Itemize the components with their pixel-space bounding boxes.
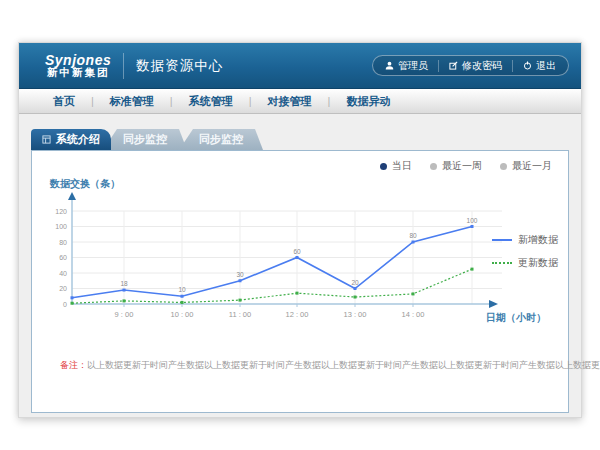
svg-text:80: 80: [59, 239, 67, 246]
svg-text:30: 30: [236, 271, 244, 278]
svg-text:100: 100: [55, 223, 67, 230]
svg-text:13 : 00: 13 : 00: [344, 310, 367, 319]
solid-line-swatch: [492, 239, 512, 241]
svg-text:120: 120: [55, 208, 67, 215]
radio-icon: [380, 163, 387, 170]
tab-bar: 系统介绍 同步监控 同步监控: [31, 129, 569, 150]
nav-item-home[interactable]: 首页: [37, 94, 91, 109]
filter-label: 最近一周: [442, 159, 482, 173]
svg-text:9 : 00: 9 : 00: [115, 310, 134, 319]
nav-item-system-mgmt[interactable]: 系统管理: [173, 94, 249, 109]
line-chart: 0204060801001209 : 0010 : 0011 : 0012 : …: [52, 189, 537, 329]
user-label: 管理员: [398, 59, 428, 73]
chart-legend: 新增数据 更新数据: [492, 233, 558, 279]
nav-item-data-change[interactable]: 数据异动: [330, 94, 406, 109]
svg-text:18: 18: [120, 280, 128, 287]
logout-label: 退出: [536, 59, 556, 73]
tab-label: 系统介绍: [56, 132, 100, 147]
main-nav: 首页 | 标准管理 | 系统管理 | 对接管理 | 数据异动: [19, 89, 581, 114]
dotted-line-swatch: [492, 262, 512, 264]
svg-text:60: 60: [59, 254, 67, 261]
tab-label: 同步监控: [199, 132, 243, 147]
tab-label: 同步监控: [123, 132, 167, 147]
legend-label: 新增数据: [518, 233, 558, 247]
svg-text:20: 20: [59, 285, 67, 292]
svg-text:12 : 00: 12 : 00: [286, 310, 309, 319]
content-panel: 当日 最近一周 最近一月 数据交换（条） 0204060801001209 : …: [31, 150, 569, 413]
nav-item-connect-mgmt[interactable]: 对接管理: [252, 94, 328, 109]
user-menu: 管理员 修改密码 退出: [372, 55, 569, 76]
header-bar: Synjones 新中新集团 数据资源中心 管理员 修改密码: [19, 43, 581, 89]
radio-icon: [430, 163, 437, 170]
filter-label: 当日: [392, 159, 412, 173]
power-icon: [523, 61, 532, 70]
filter-label: 最近一月: [512, 159, 552, 173]
logo-subtext: 新中新集团: [45, 67, 111, 78]
logout-button[interactable]: 退出: [523, 59, 556, 73]
legend-item-new-data: 新增数据: [492, 233, 558, 247]
x-axis-title: 日期（小时）: [486, 311, 546, 325]
svg-text:10: 10: [178, 286, 186, 293]
filter-last-week[interactable]: 最近一周: [430, 159, 482, 173]
filter-today[interactable]: 当日: [380, 159, 412, 173]
change-password-button[interactable]: 修改密码: [449, 59, 502, 73]
nav-item-standard-mgmt[interactable]: 标准管理: [94, 94, 170, 109]
footnote-prefix: 备注：: [60, 360, 87, 370]
app-window: Synjones 新中新集团 数据资源中心 管理员 修改密码: [18, 42, 582, 418]
svg-text:0: 0: [63, 301, 67, 308]
time-range-filters: 当日 最近一周 最近一月: [380, 159, 552, 173]
filter-last-month[interactable]: 最近一月: [500, 159, 552, 173]
svg-text:14 : 00: 14 : 00: [402, 310, 425, 319]
legend-item-update-data: 更新数据: [492, 256, 558, 270]
svg-text:60: 60: [293, 248, 301, 255]
svg-text:20: 20: [351, 279, 359, 286]
change-password-label: 修改密码: [462, 59, 502, 73]
pill-separator: [438, 60, 439, 72]
user-icon: [385, 61, 394, 70]
document-icon: [42, 134, 51, 146]
svg-text:40: 40: [59, 270, 67, 277]
radio-icon: [500, 163, 507, 170]
user-button[interactable]: 管理员: [385, 59, 428, 73]
footnote: 备注：以上数据更新于时间产生数据以上数据更新于时间产生数据以上数据更新于时间产生…: [60, 359, 600, 372]
svg-text:100: 100: [467, 217, 478, 224]
svg-text:80: 80: [409, 232, 417, 239]
logo-text: Synjones: [45, 53, 111, 68]
footnote-text: 以上数据更新于时间产生数据以上数据更新于时间产生数据以上数据更新于时间产生数据以…: [87, 360, 600, 370]
svg-text:10 : 00: 10 : 00: [171, 310, 194, 319]
company-logo: Synjones 新中新集团: [45, 53, 111, 79]
pill-separator: [512, 60, 513, 72]
legend-label: 更新数据: [518, 256, 558, 270]
tab-system-intro[interactable]: 系统介绍: [31, 129, 111, 150]
app-title: 数据资源中心: [136, 57, 223, 75]
tab-sync-monitor-1[interactable]: 同步监控: [103, 129, 187, 150]
svg-text:11 : 00: 11 : 00: [229, 310, 251, 319]
header-divider: [123, 53, 124, 79]
edit-icon: [449, 61, 458, 70]
tab-sync-monitor-2[interactable]: 同步监控: [179, 129, 263, 150]
